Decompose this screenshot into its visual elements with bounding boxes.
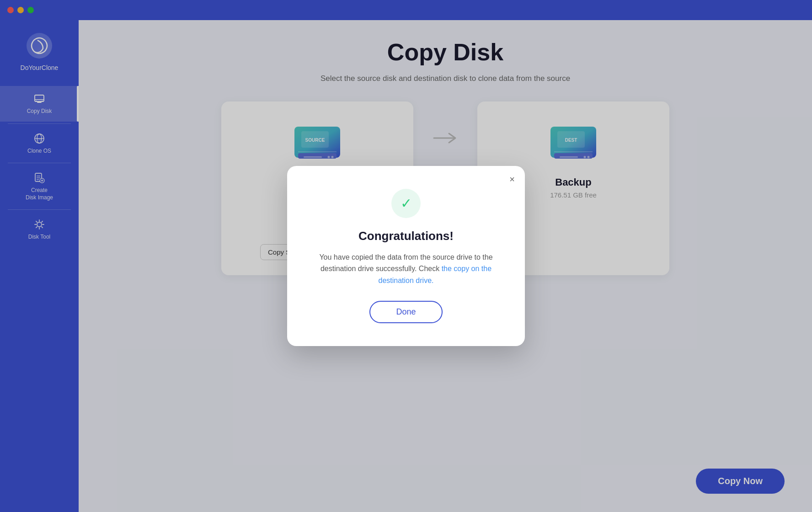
modal-overlay: × ✓ Congratulations! You have copied the… (0, 0, 812, 512)
modal-body: You have copied the data from the source… (315, 251, 497, 287)
modal-done-button[interactable]: Done (369, 301, 442, 323)
congratulations-modal: × ✓ Congratulations! You have copied the… (287, 166, 525, 347)
modal-title: Congratulations! (358, 229, 454, 243)
modal-check-circle: ✓ (391, 189, 421, 218)
modal-close-button[interactable]: × (509, 174, 515, 185)
checkmark-icon: ✓ (401, 195, 412, 211)
